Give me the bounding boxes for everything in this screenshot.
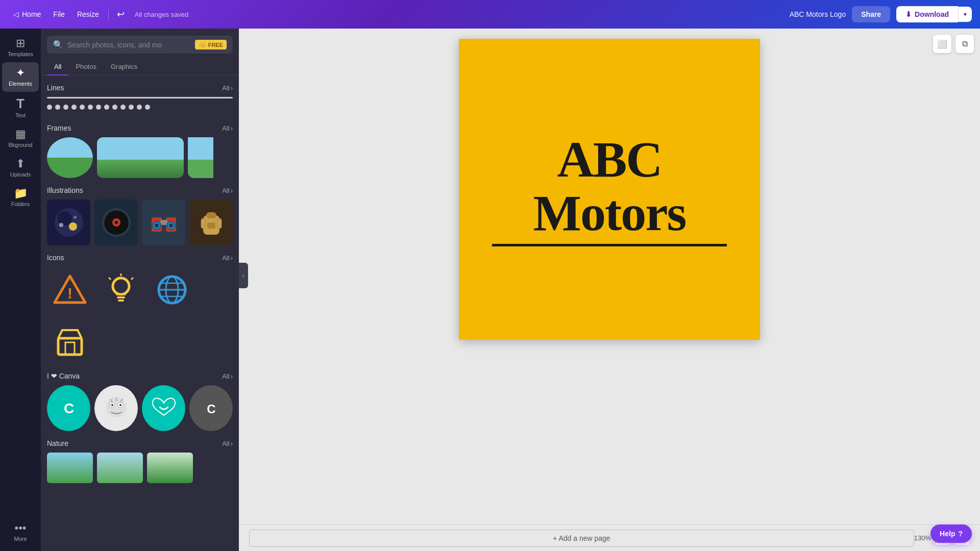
lines-all-button[interactable]: All › [222,84,233,92]
icon-warning[interactable]: ! [47,267,93,313]
search-input[interactable] [67,41,191,49]
tab-all[interactable]: All [47,59,68,76]
sidebar-item-templates[interactable]: ⊞ Templates [2,33,39,62]
frame-circle-landscape[interactable] [47,137,93,178]
canvas-text-line1: ABC [533,133,686,186]
icons-grid: ! [47,267,233,364]
dot [112,105,117,110]
undo-button[interactable]: ↩ [113,6,129,23]
i-love-canva-all-button[interactable]: All › [222,372,233,380]
sidebar-item-elements[interactable]: ✦ Elements [2,62,39,92]
topbar: ◁ Home File Resize ↩ All changes saved A… [0,0,980,29]
icons-all-button[interactable]: All › [222,254,233,262]
illustration-vinyl[interactable] [94,199,138,245]
help-button[interactable]: Help ? [930,524,972,543]
canvas-wrapper: ABC Motors [459,39,760,551]
sidebar-item-folders[interactable]: 📁 Folders [2,183,39,212]
illustrations-grid [47,199,233,245]
frame-corner-landscape[interactable] [188,137,213,178]
canva-logo-dark[interactable]: C [189,385,233,431]
lines-header: Lines All › [47,84,233,92]
chevron-left-icon: ◁ [13,10,19,18]
nature-item-3[interactable] [147,453,193,483]
svg-text:C: C [207,402,215,416]
canvas-text-line2: Motors [533,186,686,240]
canvas-view-button[interactable]: ⬜ [933,35,951,53]
lines-all-arrow: › [231,84,233,92]
download-dropdown-button[interactable]: ▾ [958,7,972,22]
frames-all-button[interactable]: All › [222,124,233,132]
nature-item-1[interactable] [47,453,93,483]
canvas-area: ⬜ ⧉ ABC Motors [239,29,980,551]
illustration-binoculars[interactable] [142,199,185,245]
illustrations-header: Illustrations All › [47,186,233,194]
download-icon: ⬇ [905,10,912,18]
i-love-canva-header: I ❤ Canva All › [47,372,233,380]
canva-logo-teal[interactable]: C [47,385,90,431]
frames-section: Frames All › [41,118,239,180]
nature-item-2[interactable] [97,453,143,483]
illustrations-all-button[interactable]: All › [222,187,233,194]
frames-all-arrow: › [231,124,233,132]
download-button[interactable]: ⬇ Download [896,6,958,22]
text-icon: T [16,97,24,110]
uploads-label: Uploads [10,171,31,178]
dot [104,105,109,110]
share-button[interactable]: Share [852,6,890,22]
canva-monster[interactable] [94,385,138,431]
elements-icon: ✦ [16,67,25,79]
illustrations-all-label: All [222,187,229,194]
download-label: Download [915,10,949,18]
share-label: Share [861,10,881,18]
dot [88,105,93,110]
icons-all-label: All [222,254,229,262]
sidebar-item-uploads[interactable]: ⬆ Uploads [2,153,39,183]
icon-store[interactable] [47,318,93,364]
svg-text:!: ! [67,285,72,302]
tab-photos[interactable]: Photos [68,59,103,76]
canva-heart[interactable] [142,385,185,431]
svg-line-26 [109,278,111,280]
icon-globe[interactable] [149,267,195,313]
i-love-canva-all-arrow: › [231,372,233,380]
home-button[interactable]: ◁ Home [8,7,46,21]
svg-rect-17 [206,212,216,218]
tab-graphics[interactable]: Graphics [104,59,144,76]
dot [120,105,126,110]
svg-text:C: C [63,400,74,416]
canvas-page[interactable]: ABC Motors [459,39,760,340]
add-page-button[interactable]: + Add a new page [249,530,914,547]
line-dotted[interactable] [47,103,233,112]
sidebar-item-background[interactable]: ▦ Bkground [2,123,39,153]
sidebar-item-text[interactable]: T Text [2,92,39,123]
file-button[interactable]: File [48,7,70,21]
dot [137,105,142,110]
i-love-canva-section: I ❤ Canva All › C C [41,366,239,433]
canvas-copy-button[interactable]: ⧉ [955,35,974,53]
panel-collapse-handle[interactable]: ‹ [239,263,248,288]
illustration-backpack[interactable] [189,199,233,245]
home-label: Home [22,10,41,18]
illustration-moon[interactable] [47,199,90,245]
dot [55,105,60,110]
nature-all-button[interactable]: All › [222,440,233,447]
canvas-text-abc-motors[interactable]: ABC Motors [533,133,686,240]
svg-point-23 [113,278,129,294]
line-solid[interactable] [47,97,233,98]
free-badge-text: FREE [208,42,223,48]
frame-wide-landscape[interactable] [97,137,184,178]
sidebar-item-more[interactable]: ••• More [2,517,39,547]
canvas-underline [492,244,727,246]
canvas-toolbar-right: ⬜ ⧉ [933,35,974,53]
frames-all-label: All [222,124,229,132]
icon-lightbulb[interactable] [98,267,144,313]
icons-header: Icons All › [47,254,233,262]
resize-button[interactable]: Resize [72,7,104,21]
nature-section: Nature All › [41,433,239,489]
background-label: Bkground [8,142,32,148]
i-love-canva-title: I ❤ Canva [47,372,80,380]
download-group: ⬇ Download ▾ [896,6,972,22]
add-page-label: + Add a new page [553,534,610,542]
dot [129,105,134,110]
uploads-icon: ⬆ [16,158,25,169]
